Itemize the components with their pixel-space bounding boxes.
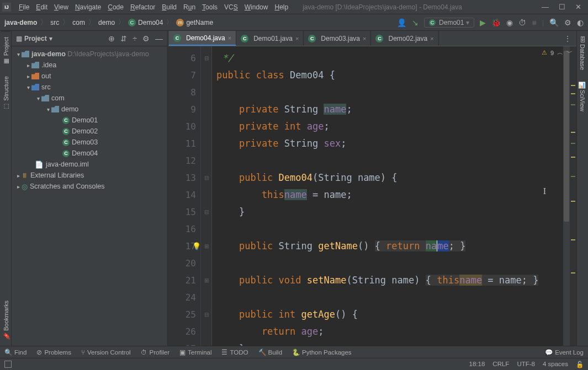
menu-run[interactable]: Run — [180, 3, 199, 11]
left-tool-strip: ▦ Project ⬚ Structure 🔖 Bookmarks — [0, 31, 12, 346]
hammer-icon[interactable]: ↘ — [412, 18, 419, 27]
close-icon[interactable]: ✕ — [575, 3, 581, 11]
project-view-selector[interactable]: ▦ Project ▾ — [16, 35, 52, 42]
intention-bulb-icon[interactable]: 💡 — [192, 238, 201, 255]
hide-icon[interactable]: — — [155, 34, 163, 43]
breadcrumb[interactable]: java-demo〉 src〉 com〉 demo〉 CDemo04〉 mget… — [4, 18, 213, 27]
tool-event-log[interactable]: 💬 Event Log — [545, 348, 584, 356]
tree-demo04[interactable]: CDemo04 — [12, 148, 167, 159]
minimize-icon[interactable]: — — [542, 3, 549, 11]
caret-position[interactable]: 18:18 — [469, 361, 485, 368]
tool-sciview[interactable]: 📊 SciView — [578, 76, 587, 117]
tool-database[interactable]: 🗄 Database — [578, 31, 587, 76]
tab-demo01[interactable]: CDemo01.java× — [236, 31, 304, 46]
menu-navigate[interactable]: Navigate — [72, 3, 104, 11]
bottom-tool-bar: 🔍 Find ⊘ Problems ⑂ Version Control ⏱ Pr… — [0, 346, 588, 358]
tool-bookmarks[interactable]: 🔖 Bookmarks — [1, 295, 10, 346]
inspections-widget[interactable]: ⚠9 ︿ ﹀ — [542, 49, 573, 57]
tree-demo01[interactable]: CDemo01 — [12, 115, 167, 126]
tool-structure[interactable]: ⬚ Structure — [1, 71, 10, 116]
tool-profiler[interactable]: ⏱ Profiler — [141, 349, 169, 356]
file-encoding[interactable]: UTF-8 — [517, 361, 535, 368]
tool-project[interactable]: ▦ Project — [1, 31, 10, 71]
window-title: java-demo [D:\IdeaProjects\java-demo] - … — [303, 3, 542, 11]
crumb-class[interactable]: Demo04 — [138, 19, 163, 26]
prev-highlight-icon[interactable]: ︿ — [557, 49, 563, 57]
menu-code[interactable]: Code — [104, 3, 127, 11]
menu-edit[interactable]: Edit — [33, 3, 51, 11]
editor-scrollbar[interactable] — [563, 46, 570, 346]
expand-all-icon[interactable]: ⇵ — [120, 34, 127, 43]
error-stripe[interactable] — [570, 46, 576, 346]
class-icon: C — [128, 19, 136, 26]
close-tab-icon[interactable]: × — [363, 35, 366, 42]
next-highlight-icon[interactable]: ﹀ — [566, 49, 573, 57]
project-tree[interactable]: ▾java-demo D:\IdeaProjects\java-demo ▸.i… — [12, 46, 167, 346]
menu-vcs[interactable]: VCS — [221, 3, 241, 11]
gutter[interactable]: ⊟ ⊟ ⊟ 💡⊞ ⊞ ⊟ — [201, 46, 212, 346]
crumb-method[interactable]: getName — [186, 19, 213, 26]
settings-icon[interactable]: ⚙ — [564, 18, 571, 27]
settings-icon[interactable]: ⚙ — [142, 34, 150, 43]
method-icon: m — [176, 19, 184, 26]
run-icon[interactable]: ▶ — [480, 18, 486, 27]
tool-problems[interactable]: ⊘ Problems — [36, 348, 71, 356]
menu-view[interactable]: View — [51, 3, 72, 11]
tree-root[interactable]: ▾java-demo D:\IdeaProjects\java-demo — [12, 49, 167, 60]
run-config-selector[interactable]: CDemo01 ▾ — [424, 18, 474, 28]
tree-demo02[interactable]: CDemo02 — [12, 126, 167, 137]
editor-tabs: CDemo04.java× CDemo01.java× CDemo03.java… — [168, 31, 576, 46]
code-text[interactable]: */ public class Demo04 { private String … — [212, 46, 563, 346]
tool-todo[interactable]: ☰ TODO — [221, 348, 248, 356]
collapse-all-icon[interactable]: ÷ — [133, 34, 137, 43]
tool-find[interactable]: 🔍 Find — [4, 348, 27, 356]
editor-area: CDemo04.java× CDemo01.java× CDemo03.java… — [168, 31, 576, 346]
tabs-more-icon[interactable]: ⋮ — [559, 31, 576, 46]
tool-terminal[interactable]: ▣ Terminal — [179, 348, 211, 356]
maximize-icon[interactable]: ☐ — [559, 3, 565, 11]
code-editor[interactable]: 67891011121314151617202124252627 ⊟ ⊟ ⊟ 💡… — [168, 46, 576, 346]
close-tab-icon[interactable]: × — [430, 35, 433, 42]
crumb-root[interactable]: java-demo — [4, 19, 37, 26]
crumb-src[interactable]: src — [50, 19, 59, 26]
tab-demo03[interactable]: CDemo03.java× — [304, 31, 371, 46]
debug-icon[interactable]: 🐞 — [491, 18, 501, 27]
right-tool-strip: 🗄 Database 📊 SciView — [576, 31, 588, 346]
tool-python[interactable]: 🐍 Python Packages — [292, 348, 352, 356]
readonly-lock-icon[interactable]: 🔓 — [576, 361, 584, 368]
profile-icon[interactable]: ⏱ — [518, 18, 526, 27]
tree-idea[interactable]: ▸.idea — [12, 60, 167, 71]
indent-config[interactable]: 4 spaces — [543, 361, 568, 368]
tool-vcs[interactable]: ⑂ Version Control — [81, 349, 131, 356]
line-separator[interactable]: CRLF — [492, 361, 509, 368]
add-user-icon[interactable]: 👤 — [397, 18, 406, 27]
tree-ext-lib[interactable]: ▸⫼External Libraries — [12, 170, 167, 181]
menu-refactor[interactable]: Refactor — [127, 3, 158, 11]
crumb-com[interactable]: com — [72, 19, 85, 26]
title-bar: IJ File Edit View Navigate Code Refactor… — [0, 0, 588, 14]
tree-src[interactable]: ▾src — [12, 82, 167, 93]
coverage-icon[interactable]: ◉ — [506, 18, 513, 27]
search-icon[interactable]: 🔍 — [549, 18, 559, 27]
menu-tools[interactable]: Tools — [199, 3, 221, 11]
tree-com[interactable]: ▾com — [12, 93, 167, 104]
tree-demo03[interactable]: CDemo03 — [12, 137, 167, 148]
close-tab-icon[interactable]: × — [295, 35, 299, 42]
plugin-icon[interactable]: ◐ — [577, 18, 584, 27]
stop-icon[interactable]: ■ — [532, 18, 536, 27]
tree-out[interactable]: ▸out — [12, 71, 167, 82]
select-opened-icon[interactable]: ⊕ — [108, 34, 115, 43]
menu-window[interactable]: Window — [241, 3, 272, 11]
close-tab-icon[interactable]: × — [228, 35, 231, 41]
tab-demo02[interactable]: CDemo02.java× — [371, 31, 438, 46]
tree-demo[interactable]: ▾demo — [12, 104, 167, 115]
tree-scratches[interactable]: ▸◎Scratches and Consoles — [12, 181, 167, 192]
tree-iml[interactable]: 📄java-demo.iml — [12, 159, 167, 170]
tool-build[interactable]: 🔨 Build — [258, 348, 283, 356]
menu-build[interactable]: Build — [158, 3, 180, 11]
menu-help[interactable]: Help — [271, 3, 292, 11]
tool-window-toggle-icon[interactable] — [4, 361, 12, 368]
crumb-demo[interactable]: demo — [98, 19, 115, 26]
tab-demo04[interactable]: CDemo04.java× — [169, 31, 236, 46]
menu-file[interactable]: File — [15, 3, 33, 11]
